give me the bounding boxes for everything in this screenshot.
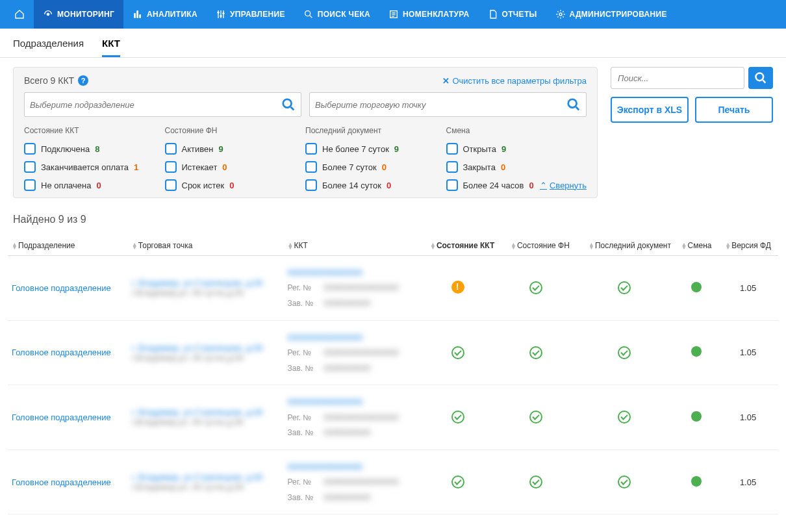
filter-item-count: 0: [96, 181, 101, 190]
department-select[interactable]: [24, 92, 301, 117]
col-dept[interactable]: ▲▼Подразделение: [8, 236, 128, 256]
help-icon[interactable]: ?: [78, 75, 88, 86]
filter-group-title: Последний документ: [305, 126, 446, 135]
chevron-up-icon: ⌃: [540, 181, 547, 190]
dept-link[interactable]: Головное подразделение: [12, 283, 111, 293]
reg-no-label: Рег. №: [288, 411, 322, 425]
col-point[interactable]: ▲▼Торговая точка: [128, 236, 284, 256]
nav-reports[interactable]: ОТЧЕТЫ: [479, 0, 546, 29]
zav-no-label: Зав. №: [288, 491, 322, 505]
svg-point-5: [220, 15, 222, 17]
filter-item-label: Истекает: [182, 162, 218, 172]
search-icon: [303, 9, 314, 19]
svg-rect-1: [134, 14, 136, 18]
gear-icon: [555, 9, 566, 19]
col-shift[interactable]: ▲▼Смена: [675, 236, 718, 256]
nav-reports-label: ОТЧЕТЫ: [502, 10, 537, 19]
reg-no-label: Рег. №: [288, 281, 322, 296]
dept-link[interactable]: Головное подразделение: [12, 477, 111, 487]
nav-admin[interactable]: АДМИНИСТРИРОВАНИЕ: [546, 0, 676, 29]
point-input[interactable]: [315, 100, 566, 110]
table-row: Головное подразделениег. Владимир, ул.Ст…: [8, 320, 778, 385]
dept-link[interactable]: Головное подразделение: [12, 412, 111, 422]
search-icon: [754, 71, 767, 84]
zav-no-label: Зав. №: [288, 362, 322, 376]
filter-item-count: 1: [134, 162, 138, 172]
col-kkt[interactable]: ▲▼ККТ: [284, 236, 418, 256]
version-cell: 1.05: [718, 450, 778, 514]
filter-checkbox-row: Более 24 часов0⌃ Свернуть: [446, 179, 587, 191]
nav-management-label: УПРАВЛЕНИЕ: [230, 10, 285, 19]
point-link[interactable]: г. Владимир, ул.Стрелецкая, д.00: [132, 278, 280, 288]
nav-check-search[interactable]: ПОИСК ЧЕКА: [294, 0, 379, 29]
filter-checkbox-row: Не более 7 суток9: [305, 143, 446, 155]
global-search-input[interactable]: [611, 67, 744, 89]
dept-link[interactable]: Головное подразделение: [12, 348, 111, 357]
point-select[interactable]: [309, 92, 587, 117]
filter-checkbox-row: Более 14 суток0: [305, 179, 446, 191]
nav-management[interactable]: УПРАВЛЕНИЕ: [207, 0, 294, 29]
status-ok-icon: [529, 411, 542, 424]
filter-checkbox-row: Более 7 суток0: [305, 161, 446, 173]
nav-admin-label: АДМИНИСТРИРОВАНИЕ: [570, 10, 667, 19]
export-xls-button[interactable]: Экспорт в XLS: [611, 97, 689, 123]
home-icon: [14, 9, 25, 19]
checkbox[interactable]: [446, 143, 458, 155]
checkbox[interactable]: [24, 161, 36, 173]
kkt-link[interactable]: 0000000000000000: [288, 330, 414, 345]
checkbox[interactable]: [165, 143, 177, 155]
reg-no-label: Рег. №: [288, 346, 322, 361]
filter-checkbox-row: Не оплачена0: [24, 179, 165, 191]
nav-analytics-label: АНАЛИТИКА: [147, 10, 197, 19]
table-row: Головное подразделениег. Владимир, ул.Ст…: [8, 385, 778, 450]
point-link[interactable]: г. Владимир, ул.Стрелецкая, д.00: [132, 407, 280, 417]
clear-filters-link[interactable]: ✕ Очистить все параметры фильтра: [442, 76, 587, 86]
checkbox[interactable]: [305, 143, 317, 155]
version-cell: 1.05: [718, 320, 778, 385]
checkbox[interactable]: [446, 161, 458, 173]
svg-point-10: [283, 99, 292, 108]
filter-group-title: Смена: [446, 126, 587, 135]
filter-item-label: Не оплачена: [41, 181, 91, 190]
status-ok-icon: [618, 411, 631, 424]
kkt-link[interactable]: 0000000000000000: [288, 394, 414, 409]
col-status-kkt[interactable]: ▲▼Состояние ККТ: [417, 236, 498, 256]
filter-item-count: 0: [387, 181, 391, 190]
nav-nomenclature[interactable]: НОМЕНКЛАТУРА: [379, 0, 479, 29]
nav-monitoring[interactable]: МОНИТОРИНГ: [34, 0, 123, 29]
point-link[interactable]: г. Владимир, ул.Стрелецкая, д.00: [132, 343, 280, 353]
reg-no-label: Рег. №: [288, 475, 322, 490]
svg-rect-3: [140, 15, 141, 18]
checkbox[interactable]: [24, 179, 36, 191]
checkbox[interactable]: [165, 161, 177, 173]
nav-analytics[interactable]: АНАЛИТИКА: [123, 0, 207, 29]
tab-departments[interactable]: Подразделения: [13, 38, 84, 57]
checkbox[interactable]: [165, 179, 177, 191]
filter-item-count: 0: [529, 181, 534, 190]
department-input[interactable]: [30, 100, 281, 110]
version-cell: 1.05: [718, 385, 778, 450]
global-search-button[interactable]: [748, 67, 773, 89]
filter-group-title: Состояние ФН: [165, 126, 306, 135]
collapse-filters-link[interactable]: ⌃ Свернуть: [540, 181, 587, 190]
checkbox[interactable]: [305, 161, 317, 173]
bar-chart-icon: [133, 9, 143, 19]
svg-rect-2: [137, 11, 138, 18]
checkbox[interactable]: [446, 179, 458, 191]
print-button[interactable]: Печать: [695, 97, 773, 123]
kkt-link[interactable]: 0000000000000000: [288, 265, 414, 280]
filter-checkbox-row: Открыта9: [446, 143, 587, 155]
col-last-doc[interactable]: ▲▼Последний документ: [574, 236, 675, 256]
status-warn-icon: [451, 281, 464, 294]
col-ver[interactable]: ▲▼Версия ФД: [718, 236, 778, 256]
checkbox[interactable]: [305, 179, 317, 191]
point-link[interactable]: г. Владимир, ул.Стрелецкая, д.00: [132, 472, 280, 482]
checkbox[interactable]: [24, 143, 36, 155]
svg-point-0: [47, 13, 49, 16]
tab-kkt[interactable]: ККТ: [102, 38, 120, 57]
nav-check-label: ПОИСК ЧЕКА: [318, 10, 370, 19]
nav-home[interactable]: [5, 0, 34, 29]
kkt-link[interactable]: 0000000000000000: [288, 459, 414, 474]
subtabs: Подразделения ККТ: [0, 29, 786, 58]
col-status-fn[interactable]: ▲▼Состояние ФН: [498, 236, 574, 256]
